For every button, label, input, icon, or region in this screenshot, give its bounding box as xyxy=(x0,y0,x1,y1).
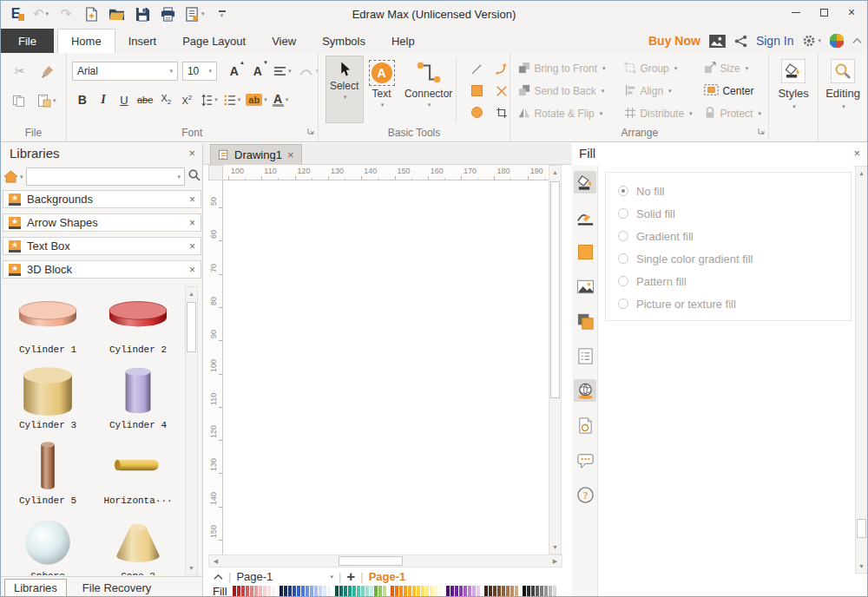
palette-swatch[interactable] xyxy=(510,586,514,597)
canvas-scroll-up-icon[interactable]: ▲ xyxy=(549,166,561,179)
image-share-icon[interactable] xyxy=(709,35,726,48)
fill-panel-close-icon[interactable]: × xyxy=(853,148,860,159)
notes-icon[interactable] xyxy=(574,344,596,367)
fill-option-no-fill[interactable]: No fill xyxy=(618,180,851,202)
palette-swatch[interactable] xyxy=(306,586,309,597)
highlight-icon[interactable]: ab▾ xyxy=(246,90,266,109)
palette-swatch[interactable] xyxy=(319,586,322,597)
page-tab[interactable]: Page-1 xyxy=(369,570,406,583)
text-tool-button[interactable]: A Text▾ xyxy=(365,56,398,123)
canvas-hscroll-thumb[interactable] xyxy=(339,556,403,566)
palette-swatch[interactable] xyxy=(301,586,305,597)
palette-swatch[interactable] xyxy=(544,586,548,597)
bold-icon[interactable]: B xyxy=(75,90,90,109)
palette-swatch[interactable] xyxy=(237,586,240,597)
shape-thumbnail-sphere[interactable]: Sphere xyxy=(3,513,93,575)
connector-tool-button[interactable]: Connector▾ xyxy=(400,56,457,123)
sign-in-link[interactable]: Sign In xyxy=(756,34,794,48)
line-style-icon[interactable] xyxy=(574,206,596,228)
fill-bucket-icon[interactable] xyxy=(574,171,596,194)
italic-icon[interactable]: I xyxy=(95,90,111,109)
palette-swatch[interactable] xyxy=(348,586,352,597)
palette-swatch[interactable] xyxy=(361,586,365,597)
palette-swatch[interactable] xyxy=(370,586,373,597)
palette-swatch[interactable] xyxy=(399,586,403,597)
shape-thumbnail-cylinder-5[interactable]: Cylinder 5 xyxy=(3,437,93,513)
fill-option-gradient-fill[interactable]: Gradient fill xyxy=(618,225,851,247)
collapse-pages-icon[interactable] xyxy=(214,570,223,583)
palette-swatch[interactable] xyxy=(417,586,420,597)
palette-swatch[interactable] xyxy=(297,586,300,597)
palette-swatch[interactable] xyxy=(421,586,424,597)
fill-scroll-up-icon[interactable]: ▲ xyxy=(856,167,867,180)
palette-swatch[interactable] xyxy=(425,586,429,597)
fill-option-single-color-gradient-fill[interactable]: Single color gradient fill xyxy=(618,247,851,270)
ellipse-tool-icon[interactable] xyxy=(470,103,485,122)
line-tool-icon[interactable] xyxy=(470,60,485,79)
palette-swatch[interactable] xyxy=(540,586,543,597)
fill-scroll-thumb[interactable] xyxy=(857,519,866,538)
palette-swatch[interactable] xyxy=(246,586,249,597)
palette-swatch[interactable] xyxy=(339,586,343,597)
superscript-icon[interactable]: X2 xyxy=(179,90,194,109)
arrange-dialog-launcher[interactable] xyxy=(758,122,765,138)
palette-swatch[interactable] xyxy=(477,586,480,597)
underline-icon[interactable]: U xyxy=(116,90,132,109)
library-section-close-icon[interactable]: × xyxy=(189,241,195,252)
menu-tab-insert[interactable]: Insert xyxy=(115,29,170,53)
comment-icon[interactable] xyxy=(574,449,596,471)
library-section-close-icon[interactable]: × xyxy=(189,265,195,275)
palette-swatch[interactable] xyxy=(446,586,450,597)
cut-icon[interactable]: ✂ xyxy=(12,62,28,81)
font-color-icon[interactable]: A▾ xyxy=(273,90,289,109)
palette-swatch[interactable] xyxy=(250,586,253,597)
palette-swatch[interactable] xyxy=(233,586,236,597)
font-dialog-launcher[interactable] xyxy=(307,122,314,138)
cross-tool-icon[interactable] xyxy=(494,82,510,101)
palette-swatch[interactable] xyxy=(263,586,266,597)
palette-swatch[interactable] xyxy=(506,586,510,597)
radio-button[interactable] xyxy=(618,298,628,309)
arrange-bring-to-front-button[interactable]: Bring to Front▾ xyxy=(516,59,621,78)
menu-tab-file[interactable]: File xyxy=(1,29,54,53)
palette-swatch[interactable] xyxy=(335,586,339,597)
crop-tool-icon[interactable] xyxy=(494,103,510,122)
fill-option-picture-or-texture-fill[interactable]: Picture or texture fill xyxy=(618,292,851,315)
menu-tab-view[interactable]: View xyxy=(259,29,309,53)
palette-swatch[interactable] xyxy=(293,586,296,597)
attachment-icon[interactable] xyxy=(574,414,596,436)
palette-swatch[interactable] xyxy=(468,586,471,597)
palette-swatch[interactable] xyxy=(484,586,488,597)
palette-swatch[interactable] xyxy=(455,586,458,597)
pinwheel-icon[interactable] xyxy=(830,34,844,48)
canvas-vscroll-thumb[interactable] xyxy=(550,181,560,398)
menu-tab-home[interactable]: Home xyxy=(57,29,115,53)
palette-swatch[interactable] xyxy=(365,586,369,597)
maximize-icon[interactable] xyxy=(810,1,838,23)
close-icon[interactable]: × xyxy=(838,1,865,23)
fill-panel-scrollbar[interactable]: ▲ ▼ xyxy=(855,166,868,574)
grow-font-icon[interactable]: A▲ xyxy=(227,62,242,81)
palette-swatch[interactable] xyxy=(497,586,501,597)
palette-swatch[interactable] xyxy=(493,586,496,597)
radio-button[interactable] xyxy=(618,186,628,196)
align-icon[interactable]: ▾ xyxy=(273,62,292,81)
drawing-tab[interactable]: Drawing1 × xyxy=(210,144,302,165)
subscript-icon[interactable]: X2 xyxy=(158,90,174,109)
strikethrough-icon[interactable]: abe xyxy=(137,90,153,109)
palette-swatch[interactable] xyxy=(527,586,530,597)
gear-icon[interactable]: ▾ xyxy=(802,34,821,48)
bullets-icon[interactable]: ▾ xyxy=(223,90,241,109)
palette-swatch[interactable] xyxy=(267,586,271,597)
arrange-align-button[interactable]: Align▾ xyxy=(621,82,701,101)
palette-swatch[interactable] xyxy=(314,586,318,597)
palette-swatch[interactable] xyxy=(352,586,356,597)
arrange-send-to-back-button[interactable]: Send to Back▾ xyxy=(516,82,621,101)
palette-swatch[interactable] xyxy=(378,586,382,597)
arrange-rotate-flip-button[interactable]: Rotate & Flip▾ xyxy=(516,104,621,123)
shape-thumbnail-cylinder-3[interactable]: Cylinder 3 xyxy=(3,362,93,437)
palette-swatch[interactable] xyxy=(327,586,331,597)
library-section-backgrounds[interactable]: ★Backgrounds× xyxy=(3,190,201,208)
shape-thumbnail-cylinder-4[interactable]: Cylinder 4 xyxy=(93,362,183,437)
shape-thumbnail-cylinder-1[interactable]: Cylinder 1 xyxy=(3,286,93,362)
